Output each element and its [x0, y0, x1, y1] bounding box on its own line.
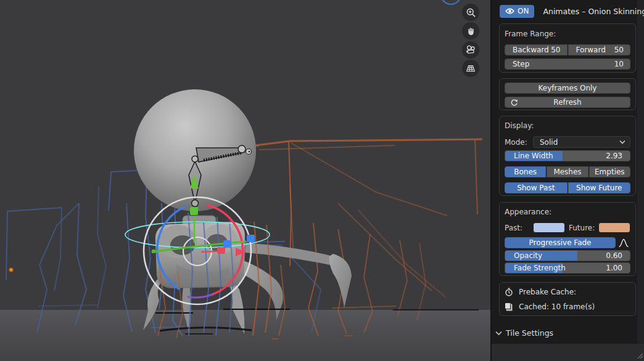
mode-label: Mode:	[505, 138, 533, 147]
empties-toggle[interactable]: Empties	[589, 166, 630, 177]
pan-gizmo-button[interactable]	[462, 22, 479, 39]
appearance-box: Appearance: Past: Future: Progressive Fa…	[499, 202, 636, 276]
refresh-icon	[510, 99, 518, 107]
chevron-down-icon	[495, 331, 502, 336]
camera-view-gizmo-button[interactable]	[462, 41, 479, 59]
frame-range-box: Frame Range: Backward 50 Forward 50 Step…	[499, 23, 636, 73]
onion-skinning-toggle-button[interactable]: ON	[500, 5, 534, 18]
zoom-in-icon	[466, 7, 476, 18]
refresh-label: Refresh	[553, 98, 581, 107]
viewport-3d[interactable]	[0, 0, 490, 361]
chevron-down-icon	[619, 140, 625, 144]
eye-icon	[505, 7, 514, 15]
duplicates-icon	[505, 302, 513, 311]
keyframes-only-label: Keyframes Only	[539, 84, 597, 92]
forward-label: Forward	[576, 46, 606, 54]
display-label: Display:	[505, 121, 630, 130]
line-width-value: 2.93	[606, 151, 622, 161]
show-future-toggle[interactable]: Show Future	[568, 182, 631, 193]
progressive-fade-label: Progressive Fade	[529, 238, 592, 247]
hand-icon	[466, 26, 476, 36]
camera-icon	[465, 44, 476, 55]
cache-box: Prebake Cache: Cached: 10 frame(s)	[499, 282, 636, 316]
onion-skinning-panel: ON Animates – Onion Skinning Frame Range…	[490, 0, 644, 361]
show-past-label: Show Past	[517, 184, 555, 192]
backward-value: 50	[551, 46, 560, 54]
past-label: Past:	[505, 224, 530, 232]
mode-dropdown[interactable]: Solid	[533, 136, 630, 148]
perspective-gizmo-button[interactable]	[462, 60, 479, 77]
tile-settings-label: Tile Settings	[506, 328, 553, 338]
fade-strength-slider[interactable]: Fade Strength 1.00	[505, 262, 630, 274]
future-label: Future:	[568, 224, 596, 232]
type-toggle-group: Bones Meshes Empties	[505, 166, 630, 177]
show-past-toggle[interactable]: Show Past	[505, 182, 568, 193]
appearance-label: Appearance:	[505, 208, 630, 216]
line-width-slider[interactable]: Line Width 2.93	[505, 150, 630, 161]
scene-render	[0, 0, 490, 361]
gizmo-x-handle[interactable]	[217, 247, 225, 254]
forward-field[interactable]: Forward 50	[568, 44, 631, 55]
panel-title: Animates – Onion Skinning	[543, 7, 644, 16]
step-field[interactable]: Step 10	[505, 59, 630, 70]
keyframes-only-button[interactable]: Keyframes Only	[505, 83, 630, 94]
bell-curve-icon	[618, 238, 629, 248]
meshes-toggle[interactable]: Meshes	[547, 166, 588, 177]
display-box: Display: Mode: Solid Line Width 2.93 Bon…	[499, 116, 636, 196]
ground-plane	[0, 310, 490, 361]
opacity-value: 0.60	[606, 251, 622, 261]
past-color-swatch[interactable]	[533, 222, 565, 233]
actions-box: Keyframes Only Refresh	[499, 78, 636, 110]
forward-value: 50	[614, 46, 624, 54]
frame-range-label: Frame Range:	[505, 30, 630, 38]
backward-label: Backward	[513, 46, 549, 54]
opacity-label: Opacity	[514, 251, 542, 261]
cached-frames-label: Cached: 10 frame(s)	[519, 302, 595, 311]
refresh-button[interactable]: Refresh	[505, 97, 630, 108]
fade-strength-value: 1.00	[606, 263, 622, 274]
cursor-dot	[9, 268, 14, 272]
fade-strength-label: Fade Strength	[514, 263, 566, 274]
backward-field[interactable]: Backward 50	[505, 44, 568, 55]
opacity-slider[interactable]: Opacity 0.60	[505, 250, 630, 261]
gizmo-y-handle[interactable]	[190, 207, 198, 215]
panel-header: ON Animates – Onion Skinning	[500, 4, 636, 18]
step-label: Step	[513, 60, 529, 68]
tile-settings-header[interactable]: Tile Settings	[495, 328, 553, 338]
future-color-swatch[interactable]	[598, 222, 630, 233]
show-future-label: Show Future	[576, 184, 622, 192]
perspective-grid-icon	[465, 63, 476, 74]
step-value: 10	[614, 60, 624, 68]
resize-grip-icon[interactable]	[636, 352, 643, 359]
toggle-label: ON	[518, 7, 529, 15]
gizmo-z-handle[interactable]	[223, 240, 231, 248]
bones-toggle[interactable]: Bones	[505, 166, 546, 177]
fade-curve-button[interactable]	[617, 237, 630, 248]
mode-value: Solid	[540, 138, 558, 147]
zoom-gizmo-button[interactable]	[462, 4, 479, 21]
line-width-label: Line Width	[514, 151, 553, 161]
panel-scrollbar[interactable]	[637, 0, 644, 344]
panel-footer-strip	[492, 344, 644, 361]
progressive-fade-toggle[interactable]: Progressive Fade	[505, 237, 616, 248]
prebake-cache-label: Prebake Cache:	[519, 288, 576, 296]
blender-window: ON Animates – Onion Skinning Frame Range…	[0, 0, 644, 361]
stopwatch-icon	[505, 288, 513, 296]
